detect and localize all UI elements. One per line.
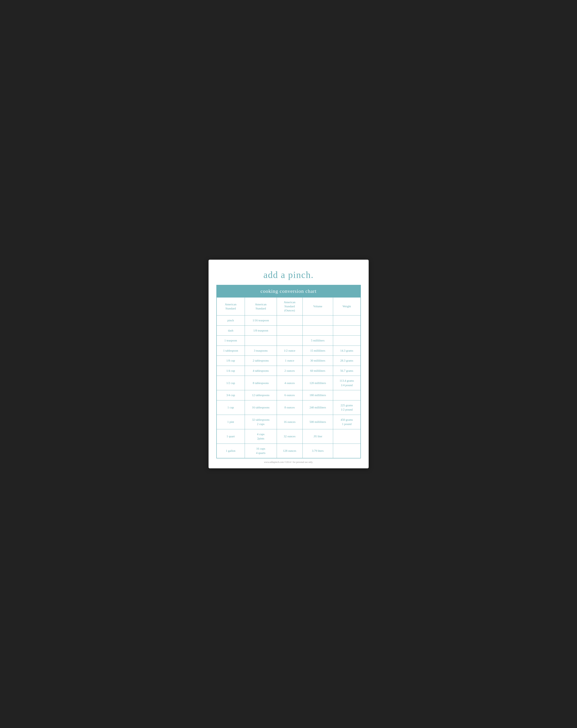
logo-area: add a pinch. [216, 265, 361, 285]
cell-r5-c2: 2 ounces [277, 366, 302, 376]
table-row: 1/2 cup8 tablespoons4 ounces120 millilit… [217, 376, 361, 390]
cell-r10-c0: 1 quart [217, 429, 245, 444]
cell-r9-c1: 32 tablespoons2 cups [245, 415, 277, 429]
cell-r0-c3 [302, 315, 333, 326]
cell-r4-c3: 30 milliliters [302, 356, 333, 366]
cell-r3-c2: 1/2 ounce [277, 345, 302, 356]
cell-r5-c0: 1/4 cup [217, 366, 245, 376]
cell-r6-c0: 1/2 cup [217, 376, 245, 390]
table-row: 1 gallon16 cups4 quarts128 ounces3.79 li… [217, 444, 361, 458]
table-row: 1 quart4 cups2pints32 ounces.95 liter [217, 429, 361, 444]
cell-r2-c0: 1 teaspoon [217, 336, 245, 346]
cell-r7-c0: 3/4 cup [217, 390, 245, 400]
cell-r10-c3: .95 liter [302, 429, 333, 444]
conversion-table: cooking conversion chart AmericanStandar… [216, 285, 361, 459]
col-header-3: AmericanStandard(Ounces) [277, 297, 302, 315]
cell-r11-c4 [333, 444, 361, 458]
col-header-5: Weight [333, 297, 361, 315]
table-row: 1 teaspoon5 milliliters [217, 336, 361, 346]
table-row: dash1/8 teaspoon [217, 326, 361, 336]
cell-r2-c4 [333, 336, 361, 346]
cell-r3-c4: 14.3 grams [333, 345, 361, 356]
cell-r3-c1: 3 teaspoons [245, 345, 277, 356]
cell-r5-c3: 60 milliliters [302, 366, 333, 376]
cell-r2-c2 [277, 336, 302, 346]
cell-r4-c0: 1/8 cup [217, 356, 245, 366]
cell-r2-c1 [245, 336, 277, 346]
cell-r0-c4 [333, 315, 361, 326]
cell-r4-c1: 2 tablespoons [245, 356, 277, 366]
footer: www.addapinch.com ©2014 • for personal u… [216, 459, 361, 464]
cell-r7-c4 [333, 390, 361, 400]
cell-r8-c0: 1 cup [217, 400, 245, 415]
cell-r1-c1: 1/8 teaspoon [245, 326, 277, 336]
cell-r6-c2: 4 ounces [277, 376, 302, 390]
cell-r8-c3: 240 milliliters [302, 400, 333, 415]
logo-text: add a pinch. [264, 269, 313, 280]
cell-r1-c0: dash [217, 326, 245, 336]
table-row: pinch1/16 teaspoon [217, 315, 361, 326]
cell-r1-c4 [333, 326, 361, 336]
cell-r9-c4: 450 grams1 pound [333, 415, 361, 429]
cell-r4-c4: 28.3 grams [333, 356, 361, 366]
cell-r11-c2: 128 ounces [277, 444, 302, 458]
col-header-1: AmericanStandard [217, 297, 245, 315]
cell-r9-c0: 1 pint [217, 415, 245, 429]
cell-r10-c1: 4 cups2pints [245, 429, 277, 444]
cell-r6-c1: 8 tablespoons [245, 376, 277, 390]
cell-r1-c2 [277, 326, 302, 336]
cell-r8-c1: 16 tablespoons [245, 400, 277, 415]
cell-r0-c1: 1/16 teaspoon [245, 315, 277, 326]
cell-r4-c2: 1 ounce [277, 356, 302, 366]
col-header-2: AmericanStandard [245, 297, 277, 315]
cell-r5-c4: 56.7 grams [333, 366, 361, 376]
cell-r7-c3: 180 milliliters [302, 390, 333, 400]
table-row: 1/4 cup4 tablespoons2 ounces60 millilite… [217, 366, 361, 376]
table-row: 1 tablespoon3 teaspoons1/2 ounce15 milli… [217, 345, 361, 356]
cell-r2-c3: 5 milliliters [302, 336, 333, 346]
table-row: 3/4 cup12 tablespoons6 ounces180 millili… [217, 390, 361, 400]
cell-r3-c3: 15 milliliters [302, 345, 333, 356]
cell-r8-c4: 225 grams1/2 pound [333, 400, 361, 415]
cell-r9-c3: 500 milliliters [302, 415, 333, 429]
cell-r9-c2: 16 ounces [277, 415, 302, 429]
table-row: 1/8 cup2 tablespoons1 ounce30 milliliter… [217, 356, 361, 366]
cell-r11-c0: 1 gallon [217, 444, 245, 458]
cell-r11-c1: 16 cups4 quarts [245, 444, 277, 458]
col-header-4: Volume [302, 297, 333, 315]
cell-r6-c3: 120 milliliters [302, 376, 333, 390]
cell-r5-c1: 4 tablespoons [245, 366, 277, 376]
cell-r6-c4: 113.4 grams1/4 pound [333, 376, 361, 390]
cell-r7-c2: 6 ounces [277, 390, 302, 400]
cell-r3-c0: 1 tablespoon [217, 345, 245, 356]
chart-title: cooking conversion chart [217, 285, 361, 297]
cell-r1-c3 [302, 326, 333, 336]
page: add a pinch. cooking conversion chart Am… [208, 260, 369, 468]
cell-r8-c2: 8 ounces [277, 400, 302, 415]
cell-r0-c2 [277, 315, 302, 326]
table-row: 1 pint32 tablespoons2 cups16 ounces500 m… [217, 415, 361, 429]
cell-r11-c3: 3.79 liters [302, 444, 333, 458]
cell-r0-c0: pinch [217, 315, 245, 326]
cell-r7-c1: 12 tablespoons [245, 390, 277, 400]
table-row: 1 cup16 tablespoons8 ounces240 millilite… [217, 400, 361, 415]
cell-r10-c4 [333, 429, 361, 444]
cell-r10-c2: 32 ounces [277, 429, 302, 444]
